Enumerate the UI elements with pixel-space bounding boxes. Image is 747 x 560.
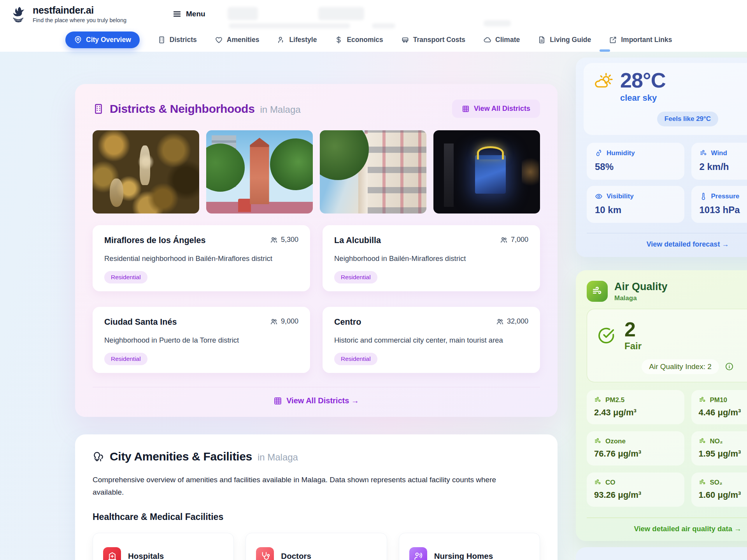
check-circle-icon <box>597 326 615 344</box>
nav-scrollbar-thumb[interactable] <box>600 49 610 52</box>
air-quality-index-card: 2 Fair Air Quality Index: 2 <box>587 309 747 382</box>
facility-label: Doctors <box>281 551 311 560</box>
view-forecast-link[interactable]: View detailed forecast → <box>576 240 747 248</box>
view-all-districts-button[interactable]: View All Districts <box>452 100 540 118</box>
stat-value: 2 km/h <box>700 161 747 172</box>
population-value: 9,000 <box>281 317 298 326</box>
pollutant-value: 1.60 μg/m³ <box>699 490 747 500</box>
district-tag: Residential <box>104 271 147 284</box>
pollutant-value: 2.43 μg/m³ <box>594 408 677 418</box>
tab-label: Transport Costs <box>413 36 465 44</box>
tab-economics[interactable]: Economics <box>335 36 383 44</box>
navbar: City Overview Districts Amenities Lifest… <box>0 28 747 52</box>
weather-panel: 28°C clear sky Feels like 29°C Humidity <box>576 58 747 257</box>
photo-decoration <box>365 130 426 214</box>
facility-card-doctors[interactable]: Doctors <box>245 533 387 560</box>
weather-condition: clear sky <box>620 93 666 103</box>
pollutant-so2: SO₂ 1.60 μg/m³ <box>691 472 747 507</box>
tab-label: Amenities <box>227 36 260 44</box>
air-quality-panel: Air Quality Malaga 2 Fair Air Quality In… <box>576 270 747 541</box>
sidebar: 28°C clear sky Feels like 29°C Humidity <box>576 52 747 560</box>
menu-button[interactable]: Menu <box>172 9 205 19</box>
photo-decoration <box>444 144 454 207</box>
stethoscope-icon <box>256 547 274 560</box>
pollutant-label: NO₂ <box>710 438 723 445</box>
district-card-la-alcubilla[interactable]: La Alcubilla 7,000 Neighborhood in Bailé… <box>323 225 540 291</box>
trees-icon <box>93 451 104 462</box>
hospital-icon <box>103 547 121 560</box>
district-card-miraflores[interactable]: Miraflores de los Ángeles 5,300 Resident… <box>93 225 310 291</box>
photo-decoration <box>477 146 504 159</box>
eye-icon <box>595 192 603 200</box>
ghost-text <box>484 20 511 26</box>
stat-label: Humidity <box>607 149 635 157</box>
menu-label: Menu <box>186 10 205 18</box>
amenities-title-row: City Amenities & Facilities in Malaga <box>93 450 540 463</box>
district-name: Ciudad Santa Inés <box>104 317 177 327</box>
district-cards: Miraflores de los Ángeles 5,300 Resident… <box>93 225 540 373</box>
feels-like-badge: Feels like 29°C <box>657 112 718 126</box>
pollutant-value: 76.76 μg/m³ <box>594 449 677 459</box>
photo-decoration <box>475 155 506 193</box>
stat-value: 58% <box>595 161 676 172</box>
info-icon[interactable] <box>725 362 734 371</box>
tab-amenities[interactable]: Amenities <box>215 36 260 44</box>
divider <box>587 518 747 518</box>
grid-icon <box>274 397 282 405</box>
tab-important-links[interactable]: Important Links <box>609 36 672 44</box>
tab-living-guide[interactable]: Living Guide <box>538 36 591 44</box>
people-icon <box>496 318 504 326</box>
external-link-icon <box>609 36 617 44</box>
district-photo-building <box>320 130 426 214</box>
pollutant-label: PM2.5 <box>605 396 624 404</box>
ghost-text <box>372 23 395 28</box>
tab-districts[interactable]: Districts <box>158 36 197 44</box>
view-air-quality-link[interactable]: View detailed air quality data → <box>576 525 747 537</box>
amenities-section: City Amenities & Facilities in Malaga Co… <box>75 434 558 560</box>
ghost-text <box>228 7 258 20</box>
tab-transport-costs[interactable]: Transport Costs <box>401 36 465 44</box>
district-description: Neighborhood in Puerto de la Torre distr… <box>104 336 298 345</box>
district-card-centro[interactable]: Centro 32,000 Historic and commercial ci… <box>323 307 540 373</box>
wind-card: Wind 2 km/h <box>691 143 747 180</box>
pollutant-ozone: Ozone 76.76 μg/m³ <box>587 431 684 466</box>
tab-city-overview[interactable]: City Overview <box>65 32 140 48</box>
healthcare-subsection-title: Healthcare & Medical Facilities <box>93 512 540 522</box>
tab-lifestyle[interactable]: Lifestyle <box>277 36 317 44</box>
map-pin-icon <box>74 36 82 44</box>
photo-decoration <box>238 199 251 212</box>
ghost-text <box>318 7 364 20</box>
facility-card-nursing-homes[interactable]: Nursing Homes <box>399 533 540 560</box>
district-card-ciudad-santa-ines[interactable]: Ciudad Santa Inés 9,000 Neighborhood in … <box>93 307 310 373</box>
view-all-districts-link[interactable]: View All Districts → <box>93 396 540 405</box>
stat-label: Visibility <box>607 192 634 200</box>
district-population: 5,300 <box>270 236 298 244</box>
tab-label: Living Guide <box>550 36 591 44</box>
wind-icon <box>699 396 706 404</box>
temperature: 28°C <box>620 69 666 91</box>
district-tag: Residential <box>334 353 377 365</box>
facility-card-hospitals[interactable]: Hospitals <box>93 533 234 560</box>
district-description: Historic and commercial city center, mai… <box>334 336 528 345</box>
facility-label: Nursing Homes <box>434 551 493 560</box>
caregiver-icon <box>409 547 427 560</box>
districts-title-row: Districts & Neighborhoods in Malaga <box>93 102 301 116</box>
pollutant-label: CO <box>605 479 615 486</box>
tab-label: Lifestyle <box>289 36 317 44</box>
photo-decoration <box>206 144 245 192</box>
brand[interactable]: nestfainder.ai Find the place where you … <box>9 5 126 23</box>
cloud-icon <box>483 36 491 44</box>
wind-icon <box>700 149 707 157</box>
district-name: Centro <box>334 317 361 327</box>
district-photo-altar <box>93 130 199 214</box>
amenities-location-suffix: in Malaga <box>258 452 298 463</box>
dove-logo-icon <box>9 5 27 23</box>
tab-climate[interactable]: Climate <box>483 36 520 44</box>
amenities-description: Comprehensive overview of amenities and … <box>93 474 513 499</box>
pollutant-pm25: PM2.5 2.43 μg/m³ <box>587 390 684 424</box>
tab-label: Climate <box>495 36 520 44</box>
visibility-card: Visibility 10 km <box>587 186 684 223</box>
districts-title: Districts & Neighborhoods <box>110 102 255 116</box>
district-description: Neighborhood in Bailén-Miraflores distri… <box>334 254 528 263</box>
district-tag: Residential <box>104 353 147 365</box>
